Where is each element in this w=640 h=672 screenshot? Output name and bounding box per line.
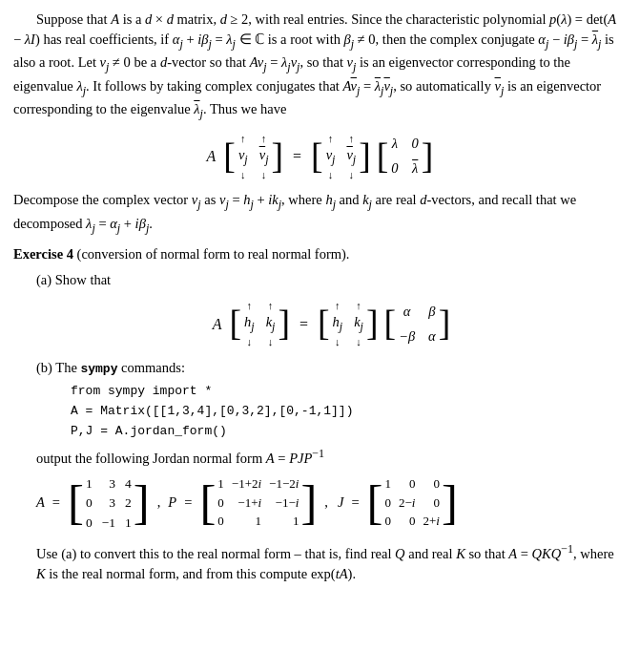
bracket-right-2: ] (359, 138, 371, 175)
use-a-text: Use (a) to convert this to the real norm… (36, 546, 614, 581)
j-cell-22: 2+i (423, 513, 439, 531)
bracket-left-6: [ (384, 305, 397, 342)
main-content: Suppose that A is a d × d matrix, d ≥ 2,… (13, 10, 627, 584)
j-cell-01: 0 (399, 475, 415, 494)
matrix-lambda: [ λ 0 0 λ ] (377, 133, 434, 179)
cell-lambda: λ (389, 133, 400, 155)
cell-lambda-bar: λ (410, 158, 421, 179)
a-cell-12: 2 (125, 494, 132, 513)
cell-kj-2: kj (352, 311, 365, 336)
first-matrix-equation: A [ ↑ ↑ vj vj ↓ ↓ (13, 133, 627, 181)
cell-vbar-j-2: vj (344, 144, 358, 169)
a-cell-01: 3 (102, 474, 115, 494)
cell-zero-1: 0 (410, 133, 421, 155)
exercise-label: Exercise 4 (conversion of normal form to… (13, 246, 349, 262)
a-cell-21: −1 (102, 514, 115, 533)
cell-neg-beta: −β (397, 326, 417, 347)
p-cell-02: −1−2i (269, 475, 299, 494)
j-cell-02: 0 (423, 475, 439, 494)
matrices-display: A = [ 1 3 4 0 3 2 0 −1 1 ] , P (36, 474, 627, 533)
matrix-hk-2: [ ↑ ↑ hj kj ↓ ↓ ] (318, 300, 379, 348)
p-cell-01: −1+2i (232, 475, 261, 494)
matrix-P-display: [ 1 −1+2i −1−2i 0 −1+i −1−i 0 1 1 ] (199, 475, 317, 532)
output-label: output the following Jordan normal form … (36, 446, 627, 469)
label-P: P (168, 493, 176, 513)
down-arrow-h: ↓ (242, 336, 257, 347)
j-cell-21: 0 (399, 513, 415, 531)
up-arrow-h2: ↑ (331, 300, 345, 311)
matrix-A-label: A (207, 145, 217, 167)
equals-1: = (293, 145, 301, 167)
decompose-paragraph: Decompose the complex vector vj as vj = … (13, 190, 627, 237)
a-cell-20: 0 (86, 514, 93, 533)
part-b-label: (b) The sympy commands: (36, 358, 627, 379)
p-cell-21: 1 (232, 513, 261, 531)
part-a: (a) Show that A [ ↑ ↑ hj kj ↓ ↓ ] (36, 270, 627, 348)
a-cell-22: 1 (125, 514, 132, 533)
matrix-cols-vj-2: [ ↑ ↑ vj vj ↓ ↓ ] (311, 133, 371, 181)
part-a-label: (a) Show that (36, 270, 627, 290)
down-arrows-1: ↓ (237, 169, 250, 180)
down-arrow-h2: ↓ (331, 336, 345, 347)
p-cell-20: 0 (217, 513, 224, 531)
bracket-left-3: [ (377, 138, 389, 175)
cell-vbar-j: vj (258, 144, 271, 169)
bracket-right-4: ] (278, 305, 290, 342)
up-arrows-1: ↑ (237, 133, 250, 144)
big-bracket-r-J: ] (442, 481, 458, 525)
up-arrow-k2: ↑ (352, 300, 365, 311)
matrix-hk: [ ↑ ↑ hj kj ↓ ↓ ] (229, 300, 290, 348)
matrix-alpha-beta: [ α β −β α ] (384, 301, 451, 347)
j-cell-10: 0 (384, 494, 391, 513)
intro-text: Suppose that A is a d × d matrix, d ≥ 2,… (13, 11, 616, 116)
cell-alpha: α (397, 301, 417, 323)
big-bracket-l-A: [ (68, 481, 84, 525)
matrix-J-display: [ 1 0 0 0 2−i 0 0 0 2+i ] (367, 475, 458, 532)
up-arrow-k: ↑ (264, 300, 278, 311)
bracket-right-3: ] (422, 138, 434, 175)
part-b: (b) The sympy commands: from sympy impor… (36, 358, 627, 585)
down-arrow-k: ↓ (264, 336, 278, 347)
p-cell-11: −1+i (232, 494, 261, 513)
down-arrows-3: ↓ (324, 169, 338, 180)
cell-beta: β (426, 301, 438, 323)
cell-kj: kj (264, 311, 278, 336)
second-matrix-equation: A [ ↑ ↑ hj kj ↓ ↓ ] = [ (36, 300, 627, 348)
exercise-header: Exercise 4 (conversion of normal form to… (13, 244, 627, 264)
down-arrow-k2: ↓ (352, 336, 365, 347)
a-cell-02: 4 (125, 474, 132, 494)
matrix-cols-vj: [ ↑ ↑ vj vj ↓ ↓ ] (223, 133, 283, 181)
j-cell-00: 1 (384, 475, 391, 494)
big-bracket-l-P: [ (199, 481, 216, 525)
bracket-left-5: [ (318, 305, 330, 342)
big-bracket-r-A: ] (134, 481, 150, 525)
matrix-A-label-2: A (213, 313, 222, 335)
up-arrows-4: ↑ (344, 133, 358, 144)
p-cell-10: 0 (217, 494, 224, 513)
bracket-right-6: ] (439, 305, 451, 342)
eq-P: = (184, 493, 192, 513)
use-a-paragraph: Use (a) to convert this to the real norm… (36, 541, 627, 584)
eq-J: = (351, 493, 359, 513)
j-cell-20: 0 (384, 513, 391, 531)
j-cell-12: 0 (423, 494, 439, 513)
up-arrow-h: ↑ (242, 300, 257, 311)
bracket-left-2: [ (311, 138, 323, 175)
code-line-2: A = Matrix([[1,3,4],[0,3,2],[0,-1,1]]) (71, 402, 627, 422)
a-cell-11: 3 (102, 494, 115, 513)
up-arrows-3: ↑ (324, 133, 338, 144)
code-block: from sympy import * A = Matrix([[1,3,4],… (71, 382, 627, 441)
p-cell-12: −1−i (269, 494, 299, 513)
p-cell-00: 1 (217, 475, 224, 494)
cell-vj: vj (237, 144, 250, 169)
j-cell-11: 2−i (399, 494, 415, 513)
bracket-left-4: [ (229, 305, 241, 342)
p-cell-22: 1 (269, 513, 299, 531)
cell-zero-2: 0 (389, 158, 400, 179)
a-cell-10: 0 (86, 494, 93, 513)
cell-alpha-2: α (426, 326, 438, 347)
down-arrows-2: ↓ (258, 169, 271, 180)
a-cell-00: 1 (86, 474, 93, 494)
label-A: A (36, 493, 45, 513)
equals-2: = (299, 313, 308, 335)
